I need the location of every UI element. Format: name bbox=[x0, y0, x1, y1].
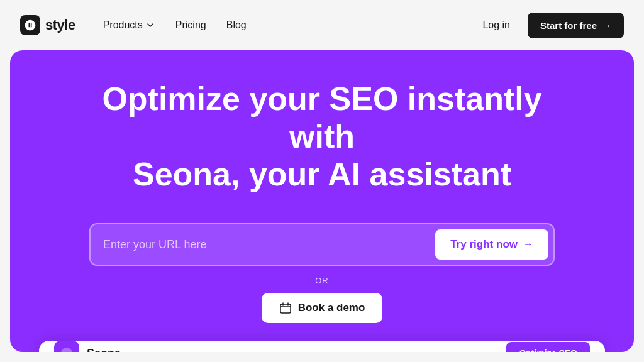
login-button[interactable]: Log in bbox=[475, 14, 518, 36]
book-demo-button[interactable]: Book a demo bbox=[262, 293, 383, 323]
header-left: style Products Pricing Blog bbox=[20, 14, 254, 36]
seona-name: Seona bbox=[87, 347, 121, 352]
optimize-seo-button[interactable]: Optimize SEO bbox=[506, 342, 590, 352]
seona-avatar bbox=[54, 341, 79, 352]
arrow-icon: → bbox=[602, 20, 611, 31]
seona-card-left: Seona bbox=[54, 341, 121, 352]
nav-pricing[interactable]: Pricing bbox=[168, 14, 214, 36]
or-divider: OR bbox=[315, 276, 329, 285]
logo[interactable]: style bbox=[20, 15, 75, 35]
seona-card: Seona Optimize SEO bbox=[39, 341, 605, 352]
calendar-icon bbox=[279, 302, 292, 314]
try-right-now-button[interactable]: Try right now → bbox=[435, 229, 548, 260]
hero-section: Optimize your SEO instantly with Seona, … bbox=[10, 50, 634, 352]
url-input[interactable] bbox=[103, 238, 428, 251]
hero-title: Optimize your SEO instantly with Seona, … bbox=[102, 80, 542, 193]
svg-rect-0 bbox=[280, 304, 291, 313]
arrow-icon: → bbox=[523, 238, 533, 251]
logo-text: style bbox=[45, 17, 75, 33]
start-for-free-button[interactable]: Start for free → bbox=[528, 13, 624, 38]
logo-icon bbox=[20, 15, 40, 35]
nav-products[interactable]: Products bbox=[96, 14, 163, 36]
main-nav: Products Pricing Blog bbox=[96, 14, 254, 36]
nav-blog[interactable]: Blog bbox=[219, 14, 254, 36]
svg-point-1 bbox=[61, 348, 72, 352]
chevron-down-icon bbox=[145, 20, 155, 30]
site-header: style Products Pricing Blog Log in Start… bbox=[0, 0, 644, 50]
header-right: Log in Start for free → bbox=[475, 13, 624, 38]
logo-svg bbox=[24, 19, 36, 31]
url-input-container: Try right now → bbox=[89, 223, 555, 266]
